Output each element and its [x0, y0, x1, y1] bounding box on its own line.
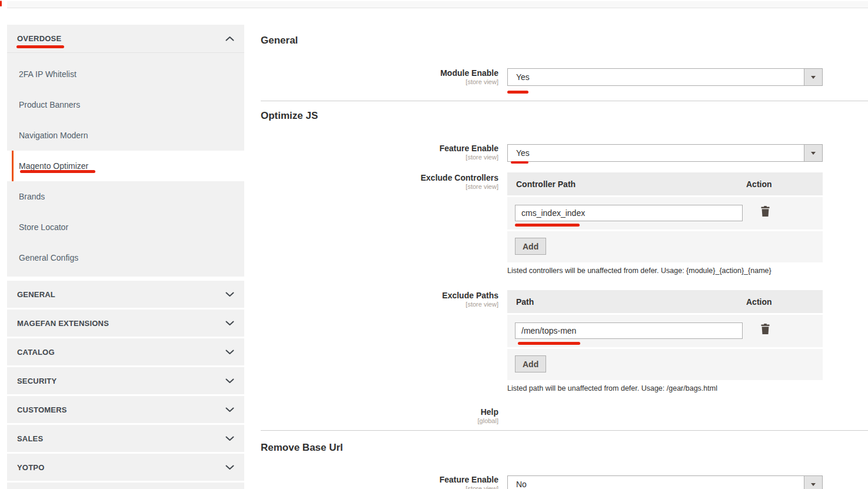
section-title-optimize-js: Optimize JS	[261, 110, 318, 122]
select-value: No	[516, 480, 527, 489]
trash-icon	[760, 323, 770, 335]
scope-label: [global]	[261, 417, 498, 425]
annotation-underline-feature-yes	[511, 161, 528, 164]
sidebar-item-label: Store Locator	[19, 222, 68, 232]
delete-row-button[interactable]	[760, 323, 770, 337]
sidebar-item-brands[interactable]: Brands	[7, 181, 244, 212]
section-title-remove-base-url: Remove Base Url	[261, 442, 343, 454]
sidebar-section-partial[interactable]	[7, 483, 244, 489]
module-enable-select[interactable]: Yes	[507, 68, 823, 86]
table-add-row: Add	[507, 231, 823, 262]
column-header-action: Action	[746, 297, 772, 307]
sidebar-item-magento-optimizer[interactable]: Magento Optimizer	[7, 151, 244, 181]
sidebar-section-yotpo[interactable]: YOTPO	[7, 454, 244, 481]
chevron-down-icon	[225, 350, 234, 355]
feature-enable-label: Feature Enable [store view]	[261, 144, 498, 161]
sidebar-item-label: 2FA IP Whitelist	[19, 69, 77, 79]
annotation-underline-module-yes	[507, 91, 528, 94]
sidebar-section-sales[interactable]: SALES	[7, 425, 244, 452]
caret-down-icon	[811, 483, 816, 486]
annotation-underline-magento-optimizer	[20, 170, 95, 173]
section-title-general: General	[261, 35, 298, 46]
dropdown-arrow-button[interactable]	[804, 145, 822, 161]
table-add-row: Add	[507, 349, 823, 380]
column-header-path: Path	[507, 297, 746, 307]
controller-path-input[interactable]	[515, 205, 743, 221]
scope-label: [store view]	[261, 78, 498, 86]
sidebar-item-label: General Configs	[19, 253, 78, 262]
sidebar-section-magefan-extensions[interactable]: MAGEFAN EXTENSIONS	[7, 310, 244, 337]
sidebar-section-overdose[interactable]: OVERDOSE	[7, 25, 244, 53]
sidebar-item-label: Brands	[19, 192, 45, 201]
section-divider	[261, 101, 868, 101]
active-indicator	[12, 151, 14, 181]
chevron-down-icon	[225, 407, 234, 413]
chevron-down-icon	[225, 436, 234, 441]
select-value: Yes	[516, 148, 530, 158]
section-title: OVERDOSE	[17, 34, 61, 43]
remove-feature-enable-select[interactable]: No	[507, 475, 823, 489]
section-divider	[261, 430, 868, 431]
column-header-action: Action	[746, 179, 772, 189]
table-header: Path Action	[507, 290, 823, 313]
sidebar-section-customers[interactable]: CUSTOMERS	[7, 396, 244, 423]
help-label: Help [global]	[261, 408, 498, 425]
sidebar-section-security[interactable]: SECURITY	[7, 367, 244, 394]
dropdown-arrow-button[interactable]	[804, 476, 822, 489]
sidebar-item-navigation-modern[interactable]: Navigation Modern	[7, 120, 244, 151]
trash-icon	[760, 205, 770, 217]
overdose-items-group: 2FA IP Whitelist Product Banners Navigat…	[7, 53, 244, 277]
scope-label: [store view]	[261, 301, 498, 308]
config-nav-sidebar: OVERDOSE 2FA IP Whitelist Product Banner…	[7, 25, 244, 489]
sidebar-item-general-configs[interactable]: General Configs	[7, 242, 244, 273]
exclude-paths-note: Listed path will be unaffected from defe…	[507, 384, 717, 392]
annotation-underline-cms-index-index	[515, 224, 580, 227]
dropdown-arrow-button[interactable]	[804, 69, 822, 85]
sidebar-item-2fa-ip-whitelist[interactable]: 2FA IP Whitelist	[7, 59, 244, 89]
annotation-underline-overdose	[16, 45, 64, 48]
sidebar-item-label: Magento Optimizer	[19, 161, 88, 171]
feature-enable-select[interactable]: Yes	[507, 144, 823, 162]
chevron-down-icon	[225, 321, 234, 326]
annotation-underline-men-tops-men	[518, 342, 580, 345]
remove-feature-enable-label: Feature Enable [store view]	[261, 475, 498, 489]
caret-down-icon	[811, 152, 816, 155]
scope-label: [store view]	[261, 183, 498, 191]
top-bar	[7, 1, 868, 8]
sidebar-item-label: Navigation Modern	[19, 131, 88, 140]
scope-label: [store view]	[261, 485, 498, 489]
sidebar-item-label: Product Banners	[19, 100, 80, 109]
exclude-controllers-table: Controller Path Action Add	[507, 172, 823, 262]
table-header: Controller Path Action	[507, 172, 823, 195]
module-enable-label: Module Enable [store view]	[261, 69, 498, 86]
chevron-up-icon	[225, 36, 234, 41]
sidebar-section-catalog[interactable]: CATALOG	[7, 338, 244, 365]
caret-down-icon	[811, 76, 816, 79]
chevron-down-icon	[225, 378, 234, 384]
sidebar-item-store-locator[interactable]: Store Locator	[7, 212, 244, 242]
exclude-paths-label: Exclude Paths [store view]	[261, 291, 498, 308]
scope-label: [store view]	[261, 154, 498, 161]
path-input[interactable]	[515, 322, 743, 339]
add-path-button[interactable]: Add	[515, 355, 546, 372]
sidebar-item-product-banners[interactable]: Product Banners	[7, 89, 244, 120]
delete-row-button[interactable]	[760, 205, 770, 219]
sidebar-section-general[interactable]: GENERAL	[7, 281, 244, 308]
column-header-controller-path: Controller Path	[507, 179, 746, 189]
select-value: Yes	[516, 72, 530, 82]
exclude-controllers-label: Exclude Controllers [store view]	[261, 174, 498, 191]
exclude-paths-table: Path Action Add	[507, 290, 823, 380]
add-controller-button[interactable]: Add	[515, 238, 546, 255]
annotation-mark-top-left	[0, 1, 2, 6]
chevron-down-icon	[225, 465, 234, 470]
exclude-controllers-note: Listed controllers will be unaffected fr…	[507, 267, 771, 275]
config-page: OVERDOSE 2FA IP Whitelist Product Banner…	[0, 0, 868, 489]
chevron-down-icon	[225, 292, 234, 297]
